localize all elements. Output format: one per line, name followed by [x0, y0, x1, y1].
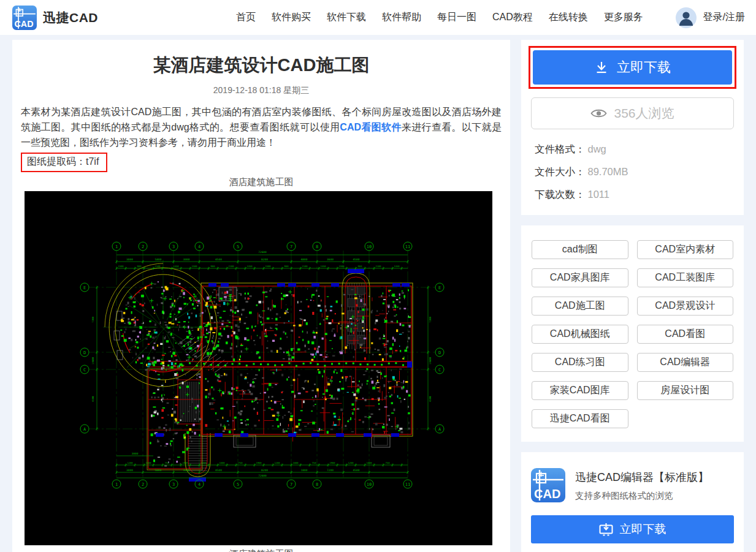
svg-text:1200: 1200	[274, 461, 280, 464]
svg-text:1800: 1800	[145, 461, 151, 464]
tag-button-8[interactable]: CAD练习图	[532, 353, 628, 372]
brand[interactable]: 迅捷CAD	[12, 6, 98, 30]
views-counter: 356人浏览	[531, 97, 734, 129]
login-register-link[interactable]: 登录/注册	[703, 11, 745, 24]
svg-text:1500: 1500	[118, 265, 124, 268]
svg-text:900: 900	[358, 265, 363, 268]
svg-text:C: C	[83, 368, 86, 372]
svg-text:72600: 72600	[258, 474, 267, 477]
user-avatar-icon[interactable]	[676, 7, 697, 28]
svg-text:10: 10	[367, 244, 372, 249]
svg-text:750: 750	[239, 461, 243, 464]
svg-text:7: 7	[290, 482, 292, 487]
svg-text:1500: 1500	[265, 265, 271, 268]
svg-text:4: 4	[198, 244, 200, 249]
cad-viewer-link[interactable]: CAD看图软件	[340, 122, 401, 132]
svg-text:2100: 2100	[228, 265, 234, 268]
svg-text:1350: 1350	[173, 265, 179, 268]
svg-text:8200: 8200	[261, 469, 268, 472]
svg-text:1200: 1200	[348, 461, 354, 464]
promo-title: 迅捷CAD编辑器【标准版】	[575, 470, 709, 485]
promo-button-label: 立即下载	[620, 521, 666, 537]
tag-button-6[interactable]: CAD机械图纸	[532, 325, 628, 344]
main-menu: 首页软件购买软件下载软件帮助每日一图CAD教程在线转换更多服务	[236, 11, 643, 24]
tags-card: cad制图CAD室内素材CAD家具图库CAD工装图库CAD施工图CAD景观设计C…	[521, 225, 744, 442]
nav-item-3[interactable]: 软件帮助	[382, 11, 421, 24]
tag-button-7[interactable]: CAD看图	[637, 325, 734, 344]
tag-button-9[interactable]: CAD编辑器	[637, 353, 734, 372]
tag-button-11[interactable]: 房屋设计图	[637, 381, 734, 400]
svg-text:10: 10	[367, 482, 372, 487]
file-info-label: 文件格式：	[535, 143, 586, 154]
cad-drawing-preview[interactable]: 7260030005800300045008200480036004500150…	[25, 191, 492, 545]
svg-text:2100: 2100	[302, 265, 308, 268]
nav-item-5[interactable]: CAD教程	[492, 11, 533, 24]
svg-text:900: 900	[211, 265, 216, 268]
tag-button-10[interactable]: 家装CAD图库	[532, 381, 628, 400]
nav-item-2[interactable]: 软件下载	[327, 11, 366, 24]
svg-text:750: 750	[312, 461, 317, 464]
svg-text:1800: 1800	[366, 461, 372, 464]
eye-icon	[590, 108, 607, 119]
svg-text:5800: 5800	[155, 258, 162, 261]
svg-text:1350: 1350	[246, 265, 253, 268]
file-info-value: 89.70MB	[588, 166, 628, 177]
svg-text:3000: 3000	[126, 258, 133, 261]
svg-text:4500: 4500	[353, 469, 360, 472]
svg-text:2: 2	[142, 244, 144, 249]
nav-item-6[interactable]: 在线转换	[549, 11, 588, 24]
svg-text:7: 7	[290, 244, 292, 249]
file-info-label: 文件大小：	[535, 166, 586, 177]
svg-text:3000: 3000	[126, 469, 133, 472]
file-info-row-2: 下载次数：1011	[535, 188, 734, 202]
promo-download-button[interactable]: 立即下载	[531, 515, 734, 543]
download-now-button[interactable]: 立即下载	[533, 50, 732, 85]
extraction-code-label: 图纸提取码：	[27, 156, 86, 167]
tag-button-0[interactable]: cad制图	[532, 240, 628, 259]
svg-text:750: 750	[386, 461, 391, 464]
cad-logo-icon	[12, 6, 37, 30]
svg-text:2100: 2100	[155, 265, 161, 268]
tag-button-4[interactable]: CAD施工图	[532, 297, 628, 316]
tag-button-5[interactable]: CAD景观设计	[637, 297, 734, 316]
annotation-box-download: 立即下载	[529, 46, 736, 89]
article-description: 本素材为某酒店建筑设计CAD施工图，其中包涵的有酒店室内装修图纸、各个标间房屋改…	[21, 104, 502, 150]
tag-button-12[interactable]: 迅捷CAD看图	[532, 409, 628, 428]
svg-text:750: 750	[165, 461, 170, 464]
figure-caption-top: 酒店建筑施工图	[21, 176, 502, 188]
top-navbar: 迅捷CAD 首页软件购买软件下载软件帮助每日一图CAD教程在线转换更多服务 登录…	[0, 0, 756, 35]
tag-button-2[interactable]: CAD家具图库	[532, 268, 628, 287]
svg-text:1350: 1350	[394, 265, 400, 268]
article-card: 某酒店建筑设计CAD施工图 2019-12-18 01:18 星期三 本素材为某…	[12, 40, 510, 552]
sidebar: 立即下载 356人浏览 文件格式：dwg文件大小：89.70MB下载次数：101…	[521, 40, 744, 552]
svg-text:14600: 14600	[91, 357, 94, 365]
svg-text:4: 4	[198, 482, 200, 487]
svg-text:5: 5	[237, 244, 239, 249]
nav-item-7[interactable]: 更多服务	[604, 11, 643, 24]
publish-date: 2019-12-18 01:18 星期三	[21, 85, 502, 96]
svg-text:1: 1	[115, 244, 118, 249]
tag-button-1[interactable]: CAD室内素材	[637, 240, 734, 259]
svg-text:4500: 4500	[91, 396, 94, 402]
svg-text:72600: 72600	[258, 251, 267, 254]
svg-text:7200: 7200	[429, 317, 432, 323]
svg-text:1350: 1350	[320, 265, 326, 268]
svg-text:E: E	[438, 285, 441, 290]
cad-editor-app-icon	[531, 468, 565, 502]
download-button-label: 立即下载	[617, 58, 671, 77]
svg-text:1800: 1800	[301, 469, 308, 472]
tag-button-3[interactable]: CAD工装图库	[637, 268, 734, 287]
nav-item-1[interactable]: 软件购买	[272, 11, 311, 24]
svg-text:900: 900	[137, 265, 142, 268]
svg-text:3000: 3000	[183, 469, 190, 472]
svg-text:3: 3	[172, 244, 175, 249]
svg-text:3000: 3000	[132, 452, 139, 455]
svg-text:5800: 5800	[155, 469, 162, 472]
svg-text:8: 8	[316, 482, 318, 487]
nav-item-4[interactable]: 每日一图	[437, 11, 476, 24]
svg-text:C: C	[438, 368, 441, 372]
svg-text:2: 2	[142, 482, 144, 487]
svg-text:7200: 7200	[91, 317, 94, 323]
svg-text:4500: 4500	[429, 396, 432, 402]
nav-item-0[interactable]: 首页	[236, 11, 256, 24]
